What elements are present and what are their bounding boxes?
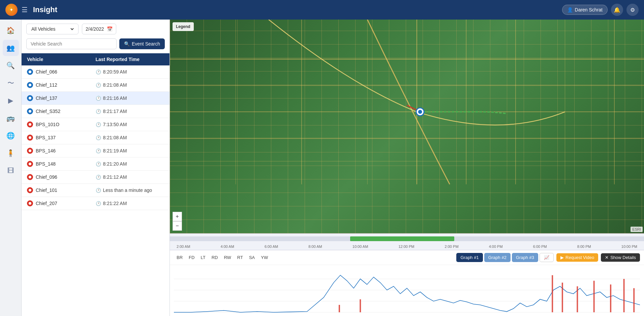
sidebar-item-bus[interactable]: 🚌 [3, 110, 19, 126]
graph-tab-rd[interactable]: RD [209, 254, 221, 261]
sidebar-item-person[interactable]: 🧍 [3, 145, 19, 161]
timeline-label: 8:00 PM [577, 245, 591, 249]
vehicle-name-label: Chief_207 [36, 201, 57, 206]
timeline[interactable]: 2:00 AM4:00 AM6:00 AM8:00 AM10:00 AM12:0… [170, 233, 644, 250]
graph-tab-rw[interactable]: RW [221, 254, 234, 261]
vehicle-row[interactable]: Chief_S352 🕐 8:21:17 AM [22, 105, 170, 118]
vehicle-filter-dropdown[interactable]: All Vehicles Active Vehicles Inactive Ve… [26, 24, 79, 34]
time-cell: 🕐 8:21:19 AM [96, 148, 164, 153]
vehicle-row[interactable]: Chief_066 🕐 8:20:59 AM [22, 65, 170, 79]
status-dot [27, 108, 33, 114]
time-cell: 🕐 Less than a minute ago [96, 188, 164, 193]
request-video-label: Request Video [565, 255, 594, 260]
nav-right-controls: 👤 Daren Schrat 🔔 ⚙ [562, 4, 639, 16]
map-legend: Legend [173, 22, 194, 31]
dot-inner [29, 123, 31, 126]
graph-tab-rt[interactable]: RT [235, 254, 246, 261]
graph-button-group: Graph #1 Graph #2 Graph #3 📈 [456, 253, 554, 262]
time-cell: 🕐 8:20:59 AM [96, 69, 164, 75]
last-reported-time: 8:21:08 AM [103, 82, 127, 88]
status-dot [27, 148, 33, 154]
bell-icon: 🔔 [614, 7, 620, 13]
status-dot [27, 200, 33, 206]
status-dot [27, 187, 33, 193]
last-reported-time: 8:21:16 AM [103, 95, 127, 101]
sidebar-item-activity[interactable]: 〜 [3, 75, 19, 91]
vehicle-name-cell: Chief_066 [27, 69, 96, 75]
hamburger-button[interactable]: ☰ [22, 6, 28, 14]
graph-chart-type-button[interactable]: 📈 [540, 253, 554, 262]
vehicle-filter-select[interactable]: All Vehicles Active Vehicles Inactive Ve… [30, 26, 75, 32]
show-details-label: Show Details [610, 255, 636, 260]
status-dot [27, 174, 33, 180]
clock-icon: 🕐 [96, 175, 101, 180]
settings-button[interactable]: ⚙ [626, 4, 639, 16]
dot-inner [29, 189, 31, 192]
date-picker[interactable]: 2/4/2022 📅 [82, 24, 116, 34]
graph-tab-br[interactable]: BR [174, 254, 185, 261]
svg-rect-26 [623, 279, 625, 312]
zoom-in-button[interactable]: + [173, 212, 182, 221]
graph-tab-yw[interactable]: YW [258, 254, 271, 261]
vehicle-row[interactable]: BPS_101O 🕐 7:13:50 AM [22, 118, 170, 131]
vehicle-row[interactable]: Chief_112 🕐 8:21:08 AM [22, 79, 170, 92]
map-container[interactable]: Legend + − ESRI [170, 20, 644, 233]
time-cell: 🕐 8:21:08 AM [96, 135, 164, 140]
vehicle-name-label: Chief_066 [36, 69, 57, 75]
graph-tab-lt[interactable]: LT [198, 254, 208, 261]
col-vehicle: Vehicle [27, 57, 96, 62]
search-row: 🔍 Event Search [22, 38, 170, 53]
map-background: Legend + − ESRI [170, 20, 644, 233]
show-details-button[interactable]: ✕ Show Details [601, 253, 640, 262]
vehicle-row[interactable]: BPS_137 🕐 8:21:08 AM [22, 131, 170, 144]
sidebar-item-media[interactable]: 🎞 [3, 163, 19, 179]
sidebar-item-home[interactable]: 🏠 [3, 22, 19, 38]
vehicle-row[interactable]: BPS_146 🕐 8:21:19 AM [22, 144, 170, 157]
graph-1-button[interactable]: Graph #1 [456, 253, 483, 262]
event-search-label: Event Search [132, 41, 160, 47]
zoom-out-button[interactable]: − [173, 221, 182, 231]
event-search-button[interactable]: 🔍 Event Search [119, 38, 165, 49]
sidebar-item-vehicles[interactable]: 👥 [3, 40, 19, 56]
svg-rect-19 [339, 305, 340, 312]
dot-inner [29, 176, 31, 178]
user-button[interactable]: 👤 Daren Schrat [562, 5, 608, 15]
vehicle-name-label: BPS_137 [36, 135, 56, 140]
table-header: Vehicle Last Reported Time [22, 53, 170, 65]
sidebar-item-playback[interactable]: ▶ [3, 92, 19, 109]
vehicle-search-input[interactable] [26, 38, 117, 49]
vehicle-row[interactable]: Chief_096 🕐 8:21:12 AM [22, 171, 170, 184]
clock-icon: 🕐 [96, 96, 101, 101]
graph-3-button[interactable]: Graph #3 [512, 253, 538, 262]
vehicle-table: Vehicle Last Reported Time Chief_066 🕐 8… [22, 53, 170, 316]
timeline-label: 2:00 AM [177, 245, 190, 249]
request-video-button[interactable]: ▶ Request Video [556, 253, 598, 262]
bell-button[interactable]: 🔔 [611, 4, 623, 16]
graph-tab-sa[interactable]: SA [246, 254, 257, 261]
graph-tab-fd[interactable]: FD [186, 254, 197, 261]
timeline-label: 6:00 AM [265, 245, 278, 249]
svg-rect-23 [577, 286, 578, 312]
vehicle-name-cell: BPS_101O [27, 121, 96, 127]
dot-inner [29, 97, 31, 99]
status-dot [27, 69, 33, 75]
vehicle-name-cell: BPS_146 [27, 148, 96, 154]
esri-attribution: ESRI [631, 227, 643, 232]
time-cell: 🕐 8:21:22 AM [96, 201, 164, 206]
graph-2-button[interactable]: Graph #2 [484, 253, 511, 262]
vehicle-row[interactable]: Chief_207 🕐 8:21:22 AM [22, 197, 170, 210]
top-navigation: ☰ Insight 👤 Daren Schrat 🔔 ⚙ [0, 0, 644, 20]
svg-rect-20 [360, 299, 361, 313]
status-dot [27, 82, 33, 88]
vehicle-name-cell: BPS_148 [27, 161, 96, 167]
last-reported-time: 8:20:59 AM [103, 69, 127, 75]
vehicle-name-cell: Chief_137 [27, 95, 96, 101]
vehicle-row[interactable]: Chief_101 🕐 Less than a minute ago [22, 184, 170, 197]
dot-inner [29, 70, 31, 73]
vehicle-row[interactable]: Chief_137 🕐 8:21:16 AM [22, 92, 170, 105]
time-cell: 🕐 8:21:12 AM [96, 174, 164, 180]
vehicle-row[interactable]: BPS_148 🕐 8:21:20 AM [22, 157, 170, 171]
last-reported-time: 8:21:22 AM [103, 201, 127, 206]
sidebar-item-globe[interactable]: 🌐 [3, 127, 19, 144]
sidebar-item-search[interactable]: 🔍 [3, 57, 19, 74]
